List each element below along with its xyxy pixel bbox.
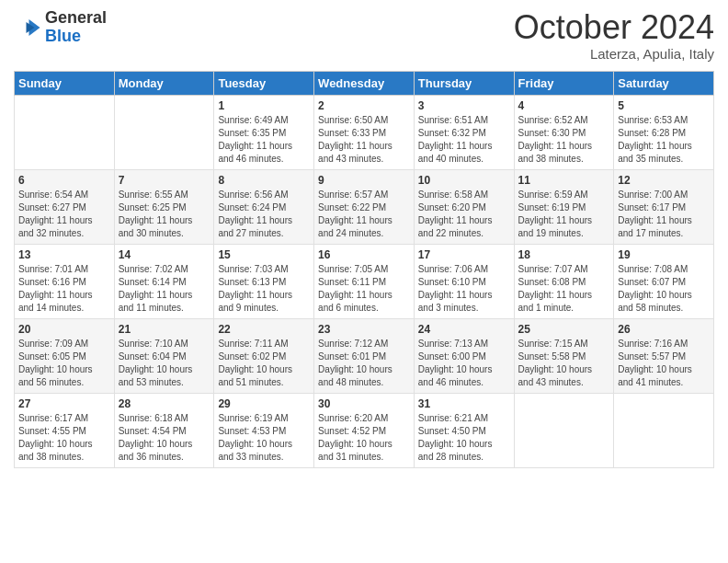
- day-info: Sunrise: 6:58 AMSunset: 6:20 PMDaylight:…: [418, 189, 510, 240]
- calendar-cell: 23Sunrise: 7:12 AMSunset: 6:01 PMDayligh…: [314, 318, 415, 393]
- calendar-cell: 3Sunrise: 6:51 AMSunset: 6:32 PMDaylight…: [414, 95, 514, 169]
- calendar-cell: [114, 95, 214, 169]
- day-number: 29: [218, 397, 310, 410]
- day-info: Sunrise: 7:09 AMSunset: 6:05 PMDaylight:…: [18, 338, 110, 389]
- calendar-cell: 6Sunrise: 6:54 AMSunset: 6:27 PMDaylight…: [15, 169, 115, 244]
- day-info: Sunrise: 7:10 AMSunset: 6:04 PMDaylight:…: [119, 338, 210, 389]
- calendar-cell: [514, 393, 614, 467]
- day-of-week-monday: Monday: [114, 71, 214, 95]
- day-number: 16: [318, 248, 410, 261]
- day-of-week-sunday: Sunday: [15, 71, 115, 95]
- calendar-cell: 11Sunrise: 6:59 AMSunset: 6:19 PMDayligh…: [514, 169, 614, 244]
- day-number: 26: [618, 323, 710, 336]
- day-info: Sunrise: 7:06 AMSunset: 6:10 PMDaylight:…: [418, 263, 510, 315]
- day-number: 6: [18, 174, 110, 187]
- day-info: Sunrise: 7:02 AMSunset: 6:14 PMDaylight:…: [119, 263, 210, 315]
- day-info: Sunrise: 7:13 AMSunset: 6:00 PMDaylight:…: [418, 338, 510, 389]
- day-number: 13: [18, 248, 110, 261]
- title-block: October 2024 Laterza, Apulia, Italy: [514, 9, 714, 62]
- day-number: 7: [119, 174, 210, 187]
- day-number: 21: [119, 323, 210, 336]
- logo-text: General Blue: [45, 9, 107, 46]
- day-info: Sunrise: 6:54 AMSunset: 6:27 PMDaylight:…: [18, 189, 110, 240]
- month-title: October 2024: [514, 9, 714, 46]
- day-info: Sunrise: 7:11 AMSunset: 6:02 PMDaylight:…: [218, 338, 310, 389]
- day-number: 20: [18, 323, 110, 336]
- day-info: Sunrise: 6:57 AMSunset: 6:22 PMDaylight:…: [318, 189, 410, 240]
- day-number: 10: [418, 174, 510, 187]
- day-number: 1: [218, 99, 310, 112]
- logo-blue: Blue: [45, 28, 107, 46]
- day-number: 18: [518, 248, 610, 261]
- logo-icon: [14, 14, 41, 41]
- day-info: Sunrise: 6:52 AMSunset: 6:30 PMDaylight:…: [518, 114, 610, 166]
- header: General Blue October 2024 Laterza, Apuli…: [14, 9, 714, 62]
- day-of-week-friday: Friday: [514, 71, 614, 95]
- calendar-cell: 5Sunrise: 6:53 AMSunset: 6:28 PMDaylight…: [614, 95, 714, 169]
- calendar-page: General Blue October 2024 Laterza, Apuli…: [0, 0, 728, 563]
- calendar-cell: 18Sunrise: 7:07 AMSunset: 6:08 PMDayligh…: [514, 244, 614, 318]
- calendar-table: SundayMondayTuesdayWednesdayThursdayFrid…: [14, 71, 714, 468]
- calendar-cell: [15, 95, 115, 169]
- calendar-cell: 25Sunrise: 7:15 AMSunset: 5:58 PMDayligh…: [514, 318, 614, 393]
- calendar-cell: 14Sunrise: 7:02 AMSunset: 6:14 PMDayligh…: [114, 244, 214, 318]
- day-number: 5: [618, 99, 710, 112]
- day-number: 23: [318, 323, 410, 336]
- day-number: 8: [218, 174, 310, 187]
- day-info: Sunrise: 7:00 AMSunset: 6:17 PMDaylight:…: [618, 189, 710, 240]
- calendar-cell: 15Sunrise: 7:03 AMSunset: 6:13 PMDayligh…: [214, 244, 314, 318]
- day-number: 14: [119, 248, 210, 261]
- calendar-cell: [614, 393, 714, 467]
- calendar-cell: 24Sunrise: 7:13 AMSunset: 6:00 PMDayligh…: [414, 318, 514, 393]
- day-number: 12: [618, 174, 710, 187]
- day-info: Sunrise: 6:49 AMSunset: 6:35 PMDaylight:…: [218, 114, 310, 166]
- day-info: Sunrise: 7:12 AMSunset: 6:01 PMDaylight:…: [318, 338, 410, 389]
- day-info: Sunrise: 6:59 AMSunset: 6:19 PMDaylight:…: [518, 189, 610, 240]
- calendar-cell: 10Sunrise: 6:58 AMSunset: 6:20 PMDayligh…: [414, 169, 514, 244]
- day-number: 9: [318, 174, 410, 187]
- day-number: 25: [518, 323, 610, 336]
- calendar-cell: 17Sunrise: 7:06 AMSunset: 6:10 PMDayligh…: [414, 244, 514, 318]
- day-number: 17: [418, 248, 510, 261]
- day-number: 3: [418, 99, 510, 112]
- day-info: Sunrise: 7:05 AMSunset: 6:11 PMDaylight:…: [318, 263, 410, 315]
- calendar-cell: 26Sunrise: 7:16 AMSunset: 5:57 PMDayligh…: [614, 318, 714, 393]
- calendar-cell: 21Sunrise: 7:10 AMSunset: 6:04 PMDayligh…: [114, 318, 214, 393]
- day-info: Sunrise: 6:56 AMSunset: 6:24 PMDaylight:…: [218, 189, 310, 240]
- day-number: 30: [318, 397, 410, 410]
- calendar-cell: 13Sunrise: 7:01 AMSunset: 6:16 PMDayligh…: [15, 244, 115, 318]
- day-number: 19: [618, 248, 710, 261]
- calendar-cell: 9Sunrise: 6:57 AMSunset: 6:22 PMDaylight…: [314, 169, 415, 244]
- calendar-cell: 19Sunrise: 7:08 AMSunset: 6:07 PMDayligh…: [614, 244, 714, 318]
- calendar-header-row: SundayMondayTuesdayWednesdayThursdayFrid…: [15, 71, 714, 95]
- day-of-week-thursday: Thursday: [414, 71, 514, 95]
- day-info: Sunrise: 7:16 AMSunset: 5:57 PMDaylight:…: [618, 338, 710, 389]
- day-info: Sunrise: 6:17 AMSunset: 4:55 PMDaylight:…: [18, 412, 110, 464]
- day-of-week-wednesday: Wednesday: [314, 71, 415, 95]
- day-number: 24: [418, 323, 510, 336]
- day-info: Sunrise: 7:08 AMSunset: 6:07 PMDaylight:…: [618, 263, 710, 315]
- day-info: Sunrise: 6:19 AMSunset: 4:53 PMDaylight:…: [218, 412, 310, 464]
- day-info: Sunrise: 6:50 AMSunset: 6:33 PMDaylight:…: [318, 114, 410, 166]
- day-info: Sunrise: 6:21 AMSunset: 4:50 PMDaylight:…: [418, 412, 510, 464]
- day-info: Sunrise: 7:03 AMSunset: 6:13 PMDaylight:…: [218, 263, 310, 315]
- calendar-cell: 28Sunrise: 6:18 AMSunset: 4:54 PMDayligh…: [114, 393, 214, 467]
- day-number: 2: [318, 99, 410, 112]
- calendar-cell: 30Sunrise: 6:20 AMSunset: 4:52 PMDayligh…: [314, 393, 415, 467]
- day-info: Sunrise: 7:15 AMSunset: 5:58 PMDaylight:…: [518, 338, 610, 389]
- day-number: 15: [218, 248, 310, 261]
- day-number: 27: [18, 397, 110, 410]
- calendar-cell: 16Sunrise: 7:05 AMSunset: 6:11 PMDayligh…: [314, 244, 415, 318]
- day-info: Sunrise: 6:18 AMSunset: 4:54 PMDaylight:…: [119, 412, 210, 464]
- logo: General Blue: [14, 9, 107, 46]
- day-number: 31: [418, 397, 510, 410]
- calendar-cell: 27Sunrise: 6:17 AMSunset: 4:55 PMDayligh…: [15, 393, 115, 467]
- day-info: Sunrise: 6:53 AMSunset: 6:28 PMDaylight:…: [618, 114, 710, 166]
- day-info: Sunrise: 7:07 AMSunset: 6:08 PMDaylight:…: [518, 263, 610, 315]
- day-number: 11: [518, 174, 610, 187]
- day-of-week-saturday: Saturday: [614, 71, 714, 95]
- calendar-cell: 12Sunrise: 7:00 AMSunset: 6:17 PMDayligh…: [614, 169, 714, 244]
- calendar-week-row: 27Sunrise: 6:17 AMSunset: 4:55 PMDayligh…: [15, 393, 714, 467]
- day-number: 22: [218, 323, 310, 336]
- calendar-week-row: 1Sunrise: 6:49 AMSunset: 6:35 PMDaylight…: [15, 95, 714, 169]
